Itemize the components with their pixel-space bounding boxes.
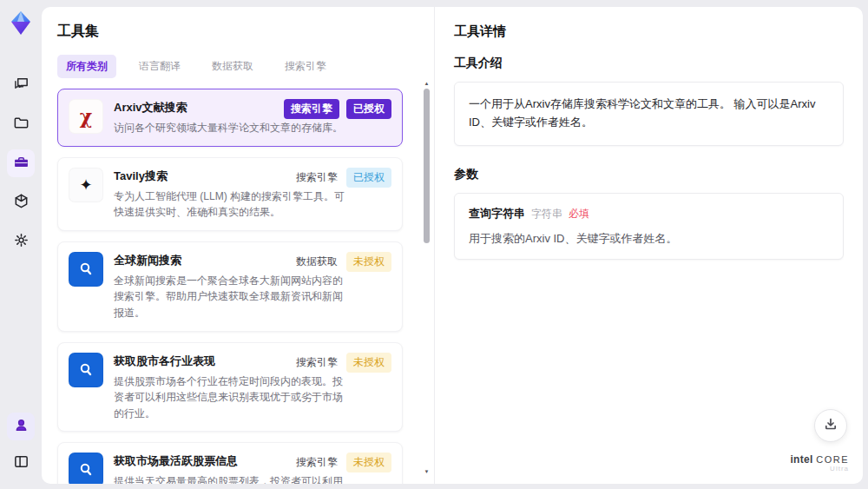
category-badge: 搜索引擎 (294, 353, 339, 373)
tool-list: χ Arxiv文献搜索 访问各个研究领域大量科学论文和文章的存储库。 搜索引擎 … (57, 89, 417, 484)
stock-sector-icon (69, 353, 103, 387)
category-badge: 搜索引擎 (294, 168, 339, 188)
user-icon (13, 417, 30, 437)
sidebar-item-account[interactable] (7, 413, 35, 440)
category-badge: 搜索引擎 (294, 453, 339, 472)
tab-data-fetch[interactable]: 数据获取 (203, 55, 262, 78)
tab-search-engine[interactable]: 搜索引擎 (276, 55, 335, 78)
param-type: 字符串 (531, 207, 562, 221)
category-badge: 搜索引擎 (284, 99, 339, 119)
intro-box: 一个用于从Arxiv存储库搜索科学论文和文章的工具。 输入可以是Arxiv ID… (454, 82, 844, 146)
detail-title: 工具详情 (454, 23, 844, 40)
category-badge: 数据获取 (294, 252, 339, 272)
tab-translation[interactable]: 语言翻译 (130, 55, 189, 78)
chat-icon (13, 76, 30, 96)
sidebar-item-collapse[interactable] (7, 449, 35, 477)
sidebar-item-files[interactable] (7, 110, 35, 138)
tool-card-arxiv[interactable]: χ Arxiv文献搜索 访问各个研究领域大量科学论文和文章的存储库。 搜索引擎 … (57, 89, 403, 147)
sidebar-nav (7, 71, 35, 255)
toolbox-icon (13, 154, 30, 174)
auth-status-badge: 已授权 (346, 99, 391, 119)
folder-icon (13, 115, 30, 135)
tool-card-active-stocks[interactable]: 获取市场最活跃股票信息 提供当天交易量最高的股票列表，投资者可以利用这些信息来识… (57, 442, 403, 484)
sidebar-item-models[interactable] (7, 188, 35, 216)
layout-icon (13, 453, 30, 473)
tool-card-tavily[interactable]: ✦ Tavily搜索 专为人工智能代理 (LLM) 构建的搜索引擎工具。可快速提… (57, 157, 403, 231)
auth-status-badge: 已授权 (346, 168, 391, 188)
tool-description: 访问各个研究领域大量科学论文和文章的存储库。 (114, 120, 350, 136)
auth-status-badge: 未授权 (346, 252, 391, 272)
tool-description: 提供股票市场各个行业在特定时间段内的表现。投资者可以利用这些信息来识别表现优于或… (114, 373, 350, 422)
tool-description: 全球新闻搜索是一个聚合全球各大新闻网站内容的搜索引擎。帮助用户快速获取全球最新资… (114, 273, 350, 321)
tool-description: 提供当天交易量最高的股票列表，投资者可以利用这些信息来识别流动性强的股票和潜在的… (114, 473, 350, 484)
param-box: 查询字符串 字符串 必填 用于搜索的Arxiv ID、关键字或作者姓名。 (454, 193, 844, 260)
app-logo[interactable] (8, 10, 34, 36)
scrollbar-up-icon[interactable]: ▲ (422, 80, 431, 87)
news-search-icon (69, 252, 103, 287)
tool-detail-section: 工具详情 工具介绍 一个用于从Arxiv存储库搜索科学论文和文章的工具。 输入可… (434, 7, 863, 484)
ultra-wordmark: Ultra (790, 466, 849, 473)
category-tabs: 所有类别 语言翻译 数据获取 搜索引擎 (57, 55, 417, 78)
page-title: 工具集 (57, 23, 417, 41)
main-panel: 工具集 所有类别 语言翻译 数据获取 搜索引擎 χ Arxiv文献搜索 访问各个… (42, 7, 863, 484)
tab-all-categories[interactable]: 所有类别 (57, 55, 116, 78)
gear-icon (13, 232, 30, 252)
sidebar-item-tools[interactable] (7, 149, 35, 177)
core-wordmark: CORE (816, 454, 849, 465)
download-icon (824, 417, 838, 434)
auth-status-badge: 未授权 (346, 453, 391, 472)
tool-list-section: 工具集 所有类别 语言翻译 数据获取 搜索引擎 χ Arxiv文献搜索 访问各个… (42, 7, 434, 484)
auth-status-badge: 未授权 (346, 353, 391, 373)
tool-card-global-news[interactable]: 全球新闻搜索 全球新闻搜索是一个聚合全球各大新闻网站内容的搜索引擎。帮助用户快速… (57, 241, 403, 332)
intel-wordmark: intel (790, 453, 812, 466)
intel-core-logo: intel CORE Ultra (790, 454, 849, 473)
intro-heading: 工具介绍 (454, 56, 844, 71)
download-button[interactable] (814, 409, 847, 442)
param-name: 查询字符串 (469, 206, 525, 221)
scrollbar-thumb[interactable] (424, 89, 430, 243)
cube-icon (13, 193, 30, 213)
sidebar-item-chat[interactable] (7, 71, 35, 99)
param-description: 用于搜索的Arxiv ID、关键字或作者姓名。 (469, 231, 829, 247)
arxiv-icon: χ (69, 99, 103, 134)
params-heading: 参数 (454, 167, 844, 182)
active-stocks-icon (69, 453, 103, 484)
sidebar-bottom (7, 413, 35, 477)
tool-description: 专为人工智能代理 (LLM) 构建的搜索引擎工具。可快速提供实时、准确和真实的结… (114, 188, 350, 221)
list-scrollbar[interactable]: ▲ ▼ (422, 80, 431, 477)
tavily-icon: ✦ (69, 168, 103, 202)
sidebar-item-settings[interactable] (7, 228, 35, 255)
param-required-badge: 必填 (569, 207, 589, 221)
tool-card-stock-sector[interactable]: 获取股市各行业表现 提供股票市场各个行业在特定时间段内的表现。投资者可以利用这些… (57, 342, 403, 433)
sidebar (0, 0, 42, 489)
scrollbar-down-icon[interactable]: ▼ (422, 468, 431, 475)
